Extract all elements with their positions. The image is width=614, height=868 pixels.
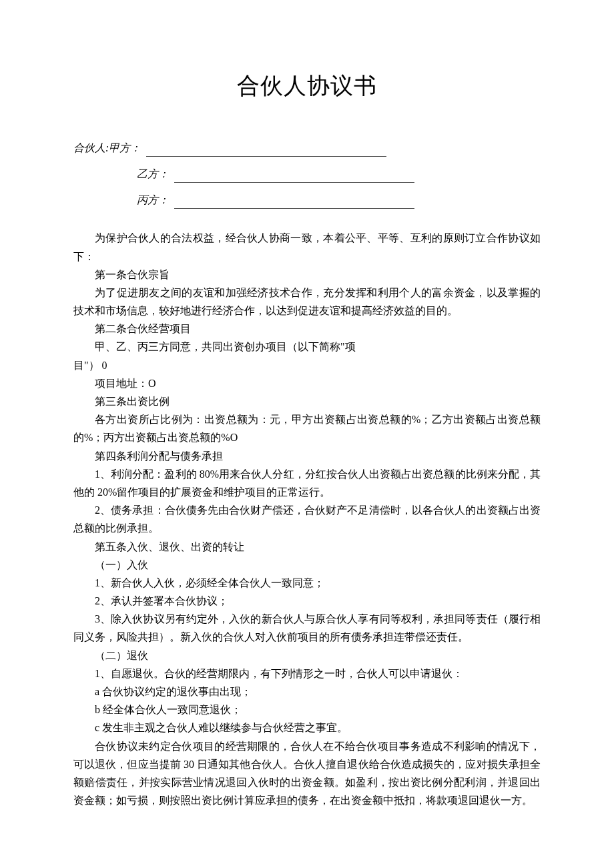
document-page: 合伙人协议书 合伙人:甲方： 乙方： 丙方： 为保护合伙人的合法权益，经合伙人协… (0, 0, 614, 849)
article-4-heading: 第四条利润分配与债务承担 (73, 447, 541, 465)
article-5-s2-a: a 合伙协议约定的退伙事由出现； (73, 683, 541, 701)
party-row-c: 丙方： (73, 191, 541, 209)
article-5-heading: 第五条入伙、退伙、出资的转让 (73, 538, 541, 556)
party-lead-text: 合伙人: (73, 142, 109, 153)
article-5-s2-p1: 1、自愿退伙。合伙的经营期限内，有下列情形之一时，合伙人可以申请退伙： (73, 665, 541, 683)
party-a-line (146, 145, 386, 157)
article-1-body: 为了促进朋友之间的友谊和加强经济技术合作，充分发挥和利用个人的富余资金，以及掌握… (73, 284, 541, 320)
article-2-line2: 目"） 0 (73, 356, 541, 374)
article-3-body: 各方出资所占比例为：出资总额为：元，甲方出资额占出资总额的%；乙方出资额占出资总… (73, 410, 541, 446)
parties-block: 合伙人:甲方： 乙方： 丙方： (73, 139, 541, 209)
article-5-s2-para: 合伙协议未约定合伙项目的经营期限的，合伙人在不给合伙项目事务造成不利影响的情况下… (73, 737, 541, 810)
party-b-label: 乙方： (73, 165, 169, 183)
article-5-s1-p1: 1、新合伙人入伙，必须经全体合伙人一致同意； (73, 574, 541, 592)
article-3-heading: 第三条出资比例 (73, 392, 541, 410)
party-row-b: 乙方： (73, 165, 541, 183)
article-2-heading: 第二条合伙经营项目 (73, 320, 541, 338)
document-title: 合伙人协议书 (73, 67, 541, 105)
article-5-s1-title: （一）入伙 (73, 556, 541, 574)
party-c-label: 丙方： (73, 191, 169, 209)
article-4-p2: 2、债务承担：合伙债务先由合伙财产偿还，合伙财产不足清偿时，以各合伙人的出资额占… (73, 501, 541, 537)
article-5-s1-p2: 2、承认并签署本合伙协议； (73, 592, 541, 610)
article-2-address: 项目地址：O (73, 374, 541, 392)
party-a-label: 甲方： (109, 142, 141, 153)
party-c-line (174, 197, 414, 209)
article-5-s2-c: c 发生非主观之合伙人难以继续参与合伙经营之事宜。 (73, 719, 541, 737)
party-lead-label: 合伙人:甲方： (73, 139, 141, 157)
article-4-p1: 1、利润分配：盈利的 80%用来合伙人分红，分红按合伙人出资额占出资总额的比例来… (73, 465, 541, 501)
article-1-heading: 第一条合伙宗旨 (73, 266, 541, 284)
party-b-line (174, 171, 414, 183)
article-5-s1-p3: 3、除入伙协议另有约定外，入伙的新合伙人与原合伙人享有同等权利，承担同等责任（履… (73, 610, 541, 646)
article-2-line1: 甲、乙、丙三方同意，共同出资创办项目（以下简称"项 (73, 338, 541, 356)
article-5-s2-title: （二）退伙 (73, 646, 541, 665)
intro-paragraph: 为保护合伙人的合法权益，经合伙人协商一致，本着公平、平等、互利的原则订立合作协议… (73, 229, 541, 265)
party-row-a: 合伙人:甲方： (73, 139, 541, 157)
document-body: 为保护合伙人的合法权益，经合伙人协商一致，本着公平、平等、互利的原则订立合作协议… (73, 229, 541, 809)
article-5-s2-b: b 经全体合伙人一致同意退伙； (73, 701, 541, 719)
